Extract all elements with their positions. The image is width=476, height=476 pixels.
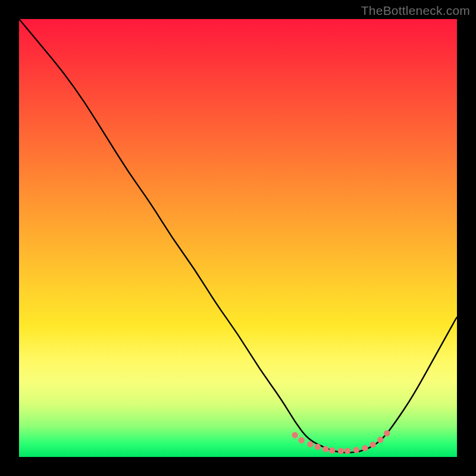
bottleneck-curve bbox=[19, 19, 457, 453]
optimal-marker-dot bbox=[307, 441, 313, 447]
optimal-marker-dot bbox=[369, 441, 375, 447]
optimal-marker-dot bbox=[353, 447, 359, 453]
optimal-marker-dot bbox=[299, 437, 305, 443]
optimal-marker-dot bbox=[338, 448, 344, 454]
optimal-marker-dot bbox=[315, 444, 321, 450]
chart-plot-area bbox=[19, 19, 457, 457]
optimal-marker-dot bbox=[384, 430, 390, 436]
chart-svg-layer bbox=[19, 19, 457, 457]
bottleneck-curve-path bbox=[19, 19, 457, 453]
optimal-marker-dot bbox=[322, 446, 328, 452]
optimal-marker-dot bbox=[345, 448, 350, 454]
optimal-marker-dot bbox=[362, 445, 368, 451]
watermark-text: TheBottleneck.com bbox=[361, 4, 470, 18]
optimal-marker-dot bbox=[329, 447, 335, 453]
optimal-marker-dot bbox=[292, 432, 298, 438]
optimal-markers-group bbox=[292, 430, 390, 454]
chart-frame: TheBottleneck.com bbox=[0, 0, 476, 476]
optimal-marker-dot bbox=[377, 437, 383, 443]
